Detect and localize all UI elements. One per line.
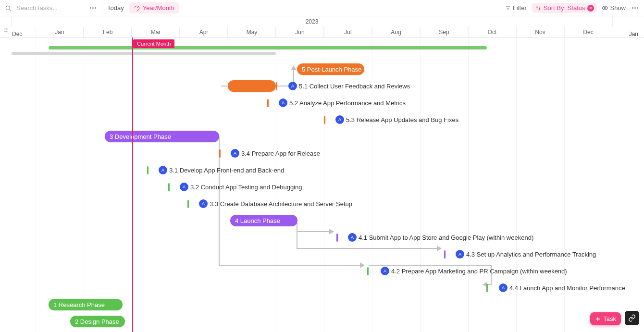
view-year-month[interactable]: Year/Month xyxy=(129,2,179,13)
task-tick[interactable] xyxy=(367,267,369,275)
filter-icon xyxy=(505,5,511,11)
assignee-avatar[interactable]: A xyxy=(348,233,357,242)
speedometer-icon xyxy=(134,5,140,12)
phase-bar[interactable]: 1 Research Phase xyxy=(49,299,123,310)
timeline-row: A4.1 Submit App to App Store and Google … xyxy=(0,232,644,245)
month-label: Nov xyxy=(516,27,564,37)
phase-bar[interactable]: 3 Development Phase xyxy=(105,131,219,142)
prev-year-month-label: Dec xyxy=(12,31,22,37)
timeline-row: 3 Development Phase xyxy=(0,131,644,144)
assignee-avatar[interactable]: A xyxy=(288,82,297,90)
task-tick[interactable] xyxy=(324,116,325,124)
timeline-row: A4.2 Prepare App Marketing and PR Campai… xyxy=(0,265,644,279)
timeline-row: A3.2 Conduct App Testing and Debugging xyxy=(0,181,644,195)
month-label: Jul xyxy=(324,27,372,37)
eye-icon xyxy=(602,5,608,11)
summary-bar[interactable] xyxy=(49,46,487,49)
assignee-avatar[interactable]: A xyxy=(499,283,508,292)
assignee-avatar[interactable]: A xyxy=(199,199,208,208)
today-button[interactable]: Today xyxy=(107,4,124,12)
task-label[interactable]: 4.4 Launch App and Monitor Performance xyxy=(509,284,625,292)
current-month-line xyxy=(132,37,133,332)
task-label[interactable]: 4.1 Submit App to App Store and Google P… xyxy=(359,234,533,241)
timeline-row: 4 Launch Phase xyxy=(0,215,644,228)
task-label[interactable]: 4.2 Prepare App Marketing and PR Campaig… xyxy=(391,268,567,275)
timeline-row: 1 Research Phase xyxy=(0,299,644,312)
task-label[interactable]: 3.3 Create Database Architecture and Ser… xyxy=(210,200,352,208)
link-icon xyxy=(628,314,636,322)
assignee-avatar[interactable]: A xyxy=(335,115,344,124)
task-label[interactable]: 3.4 Prepare App for Release xyxy=(241,150,320,157)
toolbar: Today Year/Month Filter Sort By: Status … xyxy=(0,0,644,16)
month-label: Jan xyxy=(36,27,84,37)
task-label[interactable]: 4.3 Set up Analytics and Performance Tra… xyxy=(466,251,596,258)
task-label[interactable]: 3.2 Conduct App Testing and Debugging xyxy=(190,184,302,191)
task-tick[interactable] xyxy=(486,284,488,292)
timeline-row: A5.3 Release App Updates and Bug Fixes xyxy=(0,114,644,127)
new-task-button[interactable]: Task xyxy=(590,312,621,325)
timeline-row: A3.4 Prepare App for Release xyxy=(0,148,644,161)
link-fab[interactable] xyxy=(625,311,639,325)
month-label: Jun xyxy=(276,27,324,37)
task-label[interactable]: 3.1 Develop App Front-end and Back-end xyxy=(169,167,284,174)
task-label[interactable]: 5.3 Release App Updates and Bug Fixes xyxy=(346,116,458,123)
svg-point-5 xyxy=(604,7,606,9)
next-year-month-label: Jan xyxy=(629,31,638,37)
task-label[interactable]: 5.2 Analyze App Performance and Metrics xyxy=(289,99,406,107)
month-label: Mar xyxy=(132,27,180,37)
phase-bar[interactable]: 2 Design Phase xyxy=(70,316,125,327)
task-tick[interactable] xyxy=(276,82,277,90)
timeline-row: A5.2 Analyze App Performance and Metrics xyxy=(0,97,644,111)
timeline-row: A5.1 Collect User Feedback and Reviews xyxy=(0,80,644,94)
search-icon xyxy=(5,5,12,12)
sort-pill[interactable]: Sort By: Status ✕ xyxy=(532,3,597,13)
timeline-row: A4.4 Launch App and Monitor Performance xyxy=(0,282,644,295)
task-tick[interactable] xyxy=(187,200,189,208)
phase-bar[interactable]: 4 Launch Phase xyxy=(230,215,297,226)
assignee-avatar[interactable]: A xyxy=(456,250,464,258)
more-icon[interactable] xyxy=(88,4,97,12)
assignee-avatar[interactable]: A xyxy=(279,98,287,107)
month-label: Apr xyxy=(180,27,228,37)
sort-label: Sort By: Status xyxy=(544,4,585,12)
timeline-area: Dec Jan Task 2023JanFebMarAprMayJunJulAu… xyxy=(0,16,644,332)
clear-sort-icon[interactable]: ✕ xyxy=(587,5,594,12)
expand-drawer-icon[interactable] xyxy=(3,27,10,36)
task-tick[interactable] xyxy=(147,166,149,174)
divider xyxy=(102,4,102,12)
summary-bar[interactable] xyxy=(12,52,276,55)
svg-point-0 xyxy=(6,6,10,10)
plus-icon xyxy=(595,316,601,322)
overflow-icon[interactable] xyxy=(631,4,639,12)
svg-line-1 xyxy=(10,9,11,11)
current-month-pill: Current Month xyxy=(133,39,174,48)
month-label: Sep xyxy=(420,27,468,37)
assignee-avatar[interactable]: A xyxy=(180,183,188,191)
timeline-row: 2 Design Phase xyxy=(0,316,644,329)
task-tick[interactable] xyxy=(444,250,446,258)
task-tick[interactable] xyxy=(267,99,269,107)
timeline-row: 5 Post-Launch Phase xyxy=(0,63,644,77)
new-task-label: Task xyxy=(603,315,616,322)
task-label[interactable]: 5.1 Collect User Feedback and Reviews xyxy=(299,83,410,90)
task-tick[interactable] xyxy=(219,149,221,158)
header-divider xyxy=(0,37,644,38)
month-label: Aug xyxy=(372,27,420,37)
month-label: Dec xyxy=(564,27,612,37)
phase-bar[interactable]: 5 Post-Launch Phase xyxy=(297,63,364,75)
show-button[interactable]: Show xyxy=(602,4,626,12)
assignee-avatar[interactable]: A xyxy=(159,166,167,174)
year-label: 2023 xyxy=(11,16,613,27)
show-label: Show xyxy=(610,4,626,12)
task-tick[interactable] xyxy=(168,183,170,191)
task-tick[interactable] xyxy=(336,234,338,242)
search-input[interactable] xyxy=(16,4,84,12)
filter-button[interactable]: Filter xyxy=(505,4,527,12)
timeline-row: A4.3 Set up Analytics and Performance Tr… xyxy=(0,248,644,262)
month-label: Feb xyxy=(84,27,132,37)
filter-label: Filter xyxy=(513,4,527,12)
assignee-avatar[interactable]: A xyxy=(381,267,389,275)
month-label: May xyxy=(228,27,276,37)
month-label: Oct xyxy=(468,27,516,37)
assignee-avatar[interactable]: A xyxy=(231,149,239,158)
